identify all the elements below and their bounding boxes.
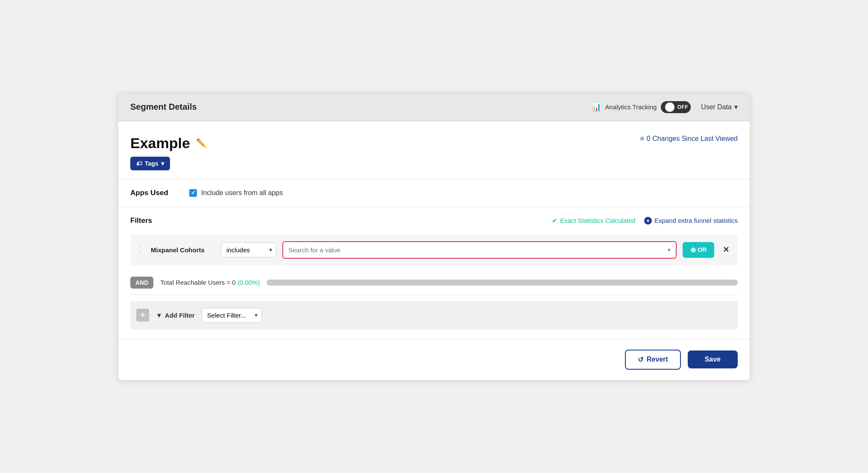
analytics-label: Analytics Tracking bbox=[605, 103, 657, 111]
remove-filter-button[interactable]: ✕ bbox=[720, 244, 732, 255]
reachable-text: Total Reachable Users = 0 (0.00%) bbox=[160, 279, 260, 286]
include-all-apps-label: Include users from all apps bbox=[201, 189, 283, 197]
add-filter-row: + ▼ Add Filter Select Filter... bbox=[130, 301, 738, 330]
filter-row-container: ⋮ Mixpanel Cohorts includes ▾ ⊕ OR bbox=[130, 234, 738, 266]
and-badge: AND bbox=[130, 277, 153, 289]
and-row: AND Total Reachable Users = 0 (0.00%) bbox=[130, 271, 738, 295]
revert-label: Revert bbox=[647, 356, 668, 363]
toggle-knob bbox=[665, 102, 674, 112]
user-data-chevron-icon: ▾ bbox=[734, 103, 738, 111]
apps-used-section: Apps Used Include users from all apps bbox=[118, 179, 750, 207]
save-label: Save bbox=[705, 356, 721, 363]
or-button[interactable]: ⊕ OR bbox=[683, 242, 714, 258]
filter-type-select-wrapper: Select Filter... bbox=[202, 308, 262, 323]
include-all-apps-row: Include users from all apps bbox=[189, 189, 283, 197]
exact-stats: ✔ Exact Statistics Calculated bbox=[552, 217, 636, 225]
header-right: 📊 Analytics Tracking OFF User Data ▾ bbox=[592, 101, 738, 113]
expand-funnel-label: Expand extra funnel statistics bbox=[654, 217, 738, 224]
filters-header: Filters ✔ Exact Statistics Calculated + … bbox=[130, 216, 738, 225]
include-all-apps-checkbox[interactable] bbox=[189, 189, 197, 197]
or-label: OR bbox=[698, 246, 707, 253]
changes-link[interactable]: ≡ 0 Changes Since Last Viewed bbox=[640, 135, 738, 143]
user-data-button[interactable]: User Data ▾ bbox=[701, 103, 738, 111]
toggle-state: OFF bbox=[677, 104, 688, 110]
analytics-tracking: 📊 Analytics Tracking OFF bbox=[592, 101, 691, 113]
segment-name: Example bbox=[130, 135, 190, 152]
segment-details-window: Segment Details 📊 Analytics Tracking OFF… bbox=[118, 93, 750, 380]
filters-right: ✔ Exact Statistics Calculated + Expand e… bbox=[552, 217, 738, 225]
filters-section: Filters ✔ Exact Statistics Calculated + … bbox=[130, 207, 738, 339]
add-filter-label: ▼ Add Filter bbox=[156, 312, 195, 319]
search-input-wrapper: ▾ bbox=[282, 241, 677, 259]
expand-funnel-btn[interactable]: + Expand extra funnel statistics bbox=[644, 217, 738, 225]
analytics-icon: 📊 bbox=[592, 102, 601, 112]
content-area: Example ✏️ 🏷 Tags ▾ ≡ 0 Changes Since La… bbox=[118, 121, 750, 339]
search-chevron-icon: ▾ bbox=[668, 246, 671, 253]
progress-bar bbox=[267, 280, 738, 286]
segment-header: Example ✏️ 🏷 Tags ▾ ≡ 0 Changes Since La… bbox=[130, 135, 738, 170]
revert-icon: ↺ bbox=[638, 356, 643, 364]
save-button[interactable]: Save bbox=[688, 350, 738, 368]
filter-funnel-icon: ▼ bbox=[156, 312, 162, 319]
edit-icon[interactable]: ✏️ bbox=[196, 138, 207, 148]
expand-plus-icon: + bbox=[644, 217, 652, 225]
operator-select-wrapper: includes bbox=[221, 242, 276, 257]
analytics-toggle[interactable]: OFF bbox=[661, 101, 691, 113]
search-input[interactable] bbox=[288, 242, 668, 258]
changes-label: 0 Changes Since Last Viewed bbox=[647, 135, 738, 143]
tags-chevron-icon: ▾ bbox=[161, 160, 164, 167]
page-title: Segment Details bbox=[130, 102, 197, 112]
checkmark-icon: ✔ bbox=[552, 217, 557, 225]
footer: ↺ Revert Save bbox=[118, 339, 750, 380]
segment-title-area: Example ✏️ bbox=[130, 135, 207, 152]
add-filter-icon[interactable]: + bbox=[136, 309, 149, 321]
apps-used-label: Apps Used bbox=[130, 189, 182, 197]
or-plus-icon: ⊕ bbox=[690, 246, 696, 254]
reachable-label: Total Reachable Users = 0 bbox=[160, 279, 235, 286]
drag-handle-icon[interactable]: ⋮ bbox=[136, 245, 145, 255]
filter-name: Mixpanel Cohorts bbox=[151, 246, 215, 254]
filters-title: Filters bbox=[130, 216, 152, 225]
header: Segment Details 📊 Analytics Tracking OFF… bbox=[118, 93, 750, 121]
reachable-pct: (0.00%) bbox=[238, 279, 260, 286]
tags-label: Tags bbox=[145, 160, 158, 167]
exact-stats-label: Exact Statistics Calculated bbox=[560, 217, 636, 224]
filter-type-select[interactable]: Select Filter... bbox=[202, 308, 262, 323]
list-icon: ≡ bbox=[640, 135, 644, 143]
filter-row: ⋮ Mixpanel Cohorts includes ▾ ⊕ OR bbox=[136, 241, 732, 259]
revert-button[interactable]: ↺ Revert bbox=[625, 350, 681, 370]
add-filter-text: Add Filter bbox=[165, 312, 195, 319]
user-data-label: User Data bbox=[701, 103, 732, 111]
tags-button[interactable]: 🏷 Tags ▾ bbox=[130, 157, 170, 170]
segment-left: Example ✏️ 🏷 Tags ▾ bbox=[130, 135, 207, 170]
operator-select[interactable]: includes bbox=[221, 242, 276, 257]
tag-icon: 🏷 bbox=[136, 160, 142, 167]
